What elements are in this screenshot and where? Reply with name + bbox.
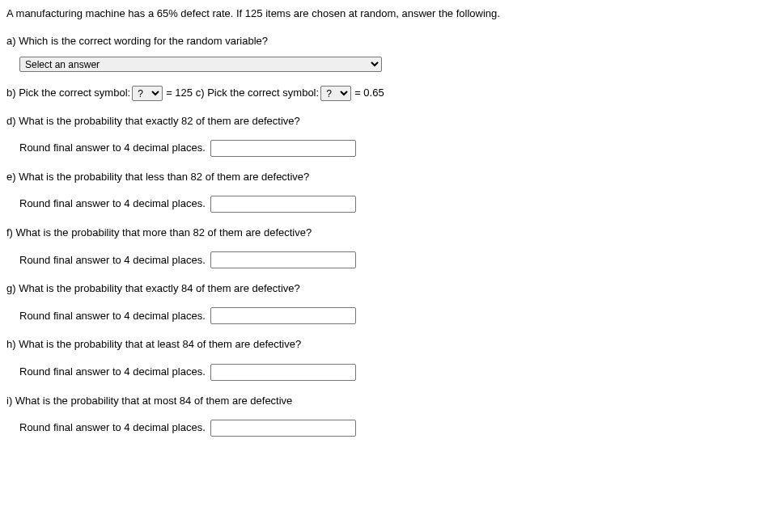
part-e-instruction: Round final answer to 4 decimal places. [19, 196, 206, 211]
part-f-instruction: Round final answer to 4 decimal places. [19, 253, 206, 268]
part-f: f) What is the probability that more tha… [6, 226, 770, 268]
part-b-prompt: b) Pick the correct symbol: [6, 86, 130, 100]
part-b: b) Pick the correct symbol: ? = 125 [6, 86, 193, 101]
part-g-input[interactable] [210, 307, 356, 324]
part-e: e) What is the probability that less tha… [6, 170, 770, 213]
part-e-prompt: e) What is the probability that less tha… [6, 170, 770, 184]
part-i-input[interactable] [210, 420, 356, 437]
part-a: a) Which is the correct wording for the … [6, 34, 770, 72]
part-i-prompt: i) What is the probability that at most … [6, 394, 770, 408]
part-c-prompt: c) Pick the correct symbol: [196, 86, 319, 100]
part-d: d) What is the probability that exactly … [6, 114, 770, 157]
part-f-prompt: f) What is the probability that more tha… [6, 226, 770, 240]
part-d-input[interactable] [210, 140, 356, 157]
part-g: g) What is the probability that exactly … [6, 281, 770, 324]
part-d-instruction: Round final answer to 4 decimal places. [19, 141, 206, 155]
part-d-prompt: d) What is the probability that exactly … [6, 114, 770, 129]
part-a-select[interactable]: Select an answer [19, 57, 382, 72]
part-i-instruction: Round final answer to 4 decimal places. [19, 420, 206, 435]
part-b-suffix: = 125 [166, 86, 193, 100]
part-c: c) Pick the correct symbol: ? = 0.65 [196, 86, 384, 101]
part-i: i) What is the probability that at most … [6, 394, 770, 437]
part-e-input[interactable] [210, 196, 356, 213]
part-f-input[interactable] [210, 251, 356, 268]
part-g-instruction: Round final answer to 4 decimal places. [19, 309, 206, 323]
part-a-prompt: a) Which is the correct wording for the … [6, 34, 770, 49]
part-h: h) What is the probability that at least… [6, 337, 770, 380]
part-g-prompt: g) What is the probability that exactly … [6, 281, 770, 296]
part-b-select[interactable]: ? [132, 86, 163, 101]
part-h-instruction: Round final answer to 4 decimal places. [19, 365, 206, 379]
part-c-suffix: = 0.65 [354, 86, 384, 100]
part-h-prompt: h) What is the probability that at least… [6, 337, 770, 352]
part-h-input[interactable] [210, 364, 356, 381]
part-c-select[interactable]: ? [320, 86, 351, 101]
question-intro: A manufacturing machine has a 65% defect… [6, 6, 770, 21]
